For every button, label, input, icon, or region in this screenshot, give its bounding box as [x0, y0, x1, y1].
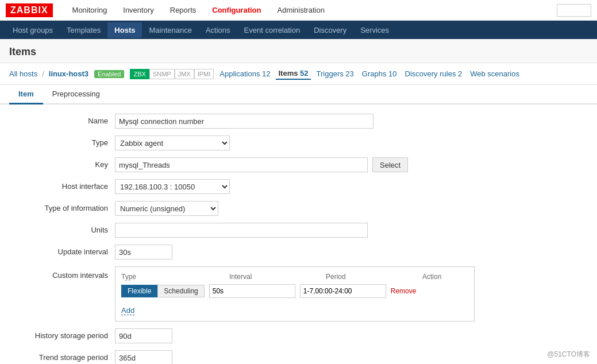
label-key: Key — [11, 157, 115, 169]
wrap-update-interval — [115, 245, 586, 260]
ci-header: Type Interval Period Action — [121, 273, 468, 281]
label-name: Name — [11, 114, 115, 125]
wrap-trend — [115, 350, 586, 364]
form-row-type: Type Zabbix agent Zabbix agent (active) … — [11, 135, 586, 150]
ci-interval-input[interactable] — [209, 284, 295, 298]
page-title: Items — [0, 39, 597, 63]
subnav-actions[interactable]: Actions — [199, 22, 237, 38]
select-type[interactable]: Zabbix agent Zabbix agent (active) Simpl… — [115, 135, 230, 150]
wrap-key: Select — [115, 157, 586, 172]
form-row-custom-intervals: Custom intervals Type Interval Period Ac… — [11, 266, 586, 322]
host-tab-items[interactable]: Items 52 — [276, 68, 310, 80]
breadcrumb-separator: / — [42, 69, 44, 78]
proto-jmx[interactable]: JMX — [175, 69, 194, 79]
logo: ZABBIX — [6, 3, 53, 17]
select-type-of-info[interactable]: Numeric (unsigned) Numeric (float) Chara… — [115, 201, 218, 216]
wrap-name — [115, 114, 586, 129]
ci-row: Flexible Scheduling Remove — [121, 284, 468, 298]
nav-monitoring[interactable]: Monitoring — [64, 1, 115, 19]
applications-count: 12 — [262, 69, 270, 78]
input-history[interactable] — [115, 328, 172, 343]
input-name[interactable] — [115, 114, 373, 129]
proto-ipmi[interactable]: IPMI — [194, 69, 214, 79]
sub-navigation: Host groups Templates Hosts Maintenance … — [0, 21, 597, 39]
host-tab-applications[interactable]: Type Applications 12 — [217, 68, 272, 79]
subnav-templates[interactable]: Templates — [60, 22, 107, 38]
form-row-update-interval: Update interval — [11, 245, 586, 260]
label-history: History storage period — [11, 328, 115, 340]
wrap-history — [115, 328, 586, 343]
nav-configuration[interactable]: Configuration — [204, 1, 269, 19]
protocol-badges: ZBX SNMP JMX IPMI — [130, 69, 214, 79]
label-trend: Trend storage period — [11, 350, 115, 362]
host-tab-web-scenarios[interactable]: Web scenarios — [468, 68, 522, 79]
ci-col-interval-header: Interval — [229, 273, 321, 281]
graphs-count: 10 — [388, 69, 396, 78]
page-content: Items All hosts / linux-host3 Enabled ZB… — [0, 39, 597, 364]
host-tab-discovery-rules[interactable]: Discovery rules 2 — [403, 68, 465, 79]
ci-btn-scheduling[interactable]: Scheduling — [157, 285, 204, 297]
input-units[interactable] — [115, 223, 368, 238]
form-row-name: Name — [11, 114, 586, 129]
watermark: @51CTO博客 — [547, 350, 590, 359]
ci-col-action-header: Action — [422, 273, 468, 281]
input-key[interactable] — [115, 157, 368, 172]
form-row-host-interface: Host interface 192.168.100.3 : 10050 — [11, 179, 586, 194]
label-custom-intervals: Custom intervals — [11, 266, 115, 280]
ci-col-type-header: Type — [121, 273, 225, 281]
wrap-type-of-info: Numeric (unsigned) Numeric (float) Chara… — [115, 201, 586, 216]
top-navigation: ZABBIX Monitoring Inventory Reports Conf… — [0, 0, 597, 21]
ci-period-input[interactable] — [300, 284, 386, 298]
select-key-button[interactable]: Select — [372, 157, 408, 172]
search-input[interactable] — [557, 4, 591, 17]
select-host-interface[interactable]: 192.168.100.3 : 10050 — [115, 179, 230, 194]
subnav-event-correlation[interactable]: Event correlation — [237, 22, 307, 38]
breadcrumb-all-hosts[interactable]: All hosts — [9, 69, 37, 78]
label-units: Units — [11, 223, 115, 234]
items-count: 52 — [300, 69, 308, 78]
ci-btn-flexible[interactable]: Flexible — [121, 285, 157, 297]
item-form: Name Type Zabbix agent Zabbix agent (act… — [0, 104, 597, 364]
form-row-type-of-info: Type of information Numeric (unsigned) N… — [11, 201, 586, 216]
host-tab-graphs[interactable]: Graphs 10 — [360, 68, 399, 79]
label-type: Type — [11, 135, 115, 147]
ci-add-link[interactable]: Add — [121, 306, 134, 315]
nav-inventory[interactable]: Inventory — [115, 1, 161, 19]
subnav-services[interactable]: Services — [353, 22, 396, 38]
wrap-custom-intervals: Type Interval Period Action Flexible Sch… — [115, 266, 586, 322]
wrap-host-interface: 192.168.100.3 : 10050 — [115, 179, 586, 194]
nav-administration[interactable]: Administration — [269, 1, 333, 19]
breadcrumb-current-host[interactable]: linux-host3 — [49, 69, 88, 78]
custom-intervals-table: Type Interval Period Action Flexible Sch… — [115, 266, 475, 322]
label-type-of-info: Type of information — [11, 201, 115, 212]
input-trend[interactable] — [115, 350, 172, 364]
subnav-host-groups[interactable]: Host groups — [6, 22, 60, 38]
form-row-key: Key Select — [11, 157, 586, 172]
ci-remove-link[interactable]: Remove — [391, 287, 417, 295]
tab-item[interactable]: Item — [9, 85, 43, 104]
top-nav-items: Monitoring Inventory Reports Configurati… — [64, 1, 333, 19]
wrap-units — [115, 223, 586, 238]
input-update-interval[interactable] — [115, 245, 172, 260]
form-row-units: Units — [11, 223, 586, 238]
top-right-area — [557, 4, 591, 17]
wrap-type: Zabbix agent Zabbix agent (active) Simpl… — [115, 135, 586, 150]
subnav-hosts[interactable]: Hosts — [107, 22, 142, 38]
tab-preprocessing[interactable]: Preprocessing — [43, 85, 109, 104]
triggers-count: 23 — [345, 69, 353, 78]
ci-type-toggle: Flexible Scheduling — [121, 285, 205, 297]
nav-reports[interactable]: Reports — [162, 1, 205, 19]
label-host-interface: Host interface — [11, 179, 115, 191]
host-tabs-bar: All hosts / linux-host3 Enabled ZBX SNMP… — [0, 63, 597, 85]
discovery-count: 2 — [458, 69, 462, 78]
proto-snmp[interactable]: SNMP — [149, 69, 175, 79]
host-status-badge: Enabled — [94, 70, 124, 78]
proto-zbx[interactable]: ZBX — [130, 69, 149, 79]
subnav-discovery[interactable]: Discovery — [307, 22, 353, 38]
ci-add-area: Add — [121, 303, 468, 315]
item-tabs: Item Preprocessing — [0, 85, 597, 104]
label-update-interval: Update interval — [11, 245, 115, 256]
host-tab-triggers[interactable]: Triggers 23 — [314, 68, 356, 79]
form-row-history: History storage period — [11, 328, 586, 343]
subnav-maintenance[interactable]: Maintenance — [142, 22, 198, 38]
